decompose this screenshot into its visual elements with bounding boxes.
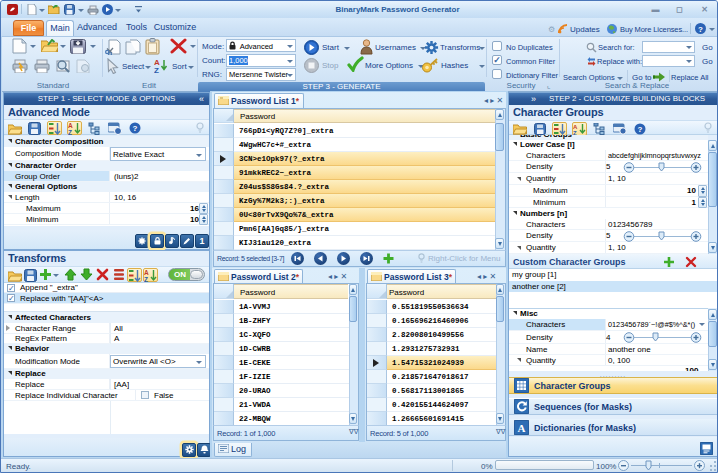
svg-text:?: ? bbox=[637, 125, 642, 134]
svg-text:?: ? bbox=[698, 25, 703, 34]
svg-text:?: ? bbox=[132, 124, 137, 133]
svg-text:A: A bbox=[144, 269, 149, 276]
svg-text:A: A bbox=[573, 124, 578, 130]
svg-text:Z: Z bbox=[144, 276, 148, 282]
svg-text:A: A bbox=[518, 422, 526, 434]
svg-text:Z: Z bbox=[154, 66, 159, 73]
svg-text:Z: Z bbox=[68, 129, 72, 135]
svg-text:A: A bbox=[68, 122, 73, 129]
